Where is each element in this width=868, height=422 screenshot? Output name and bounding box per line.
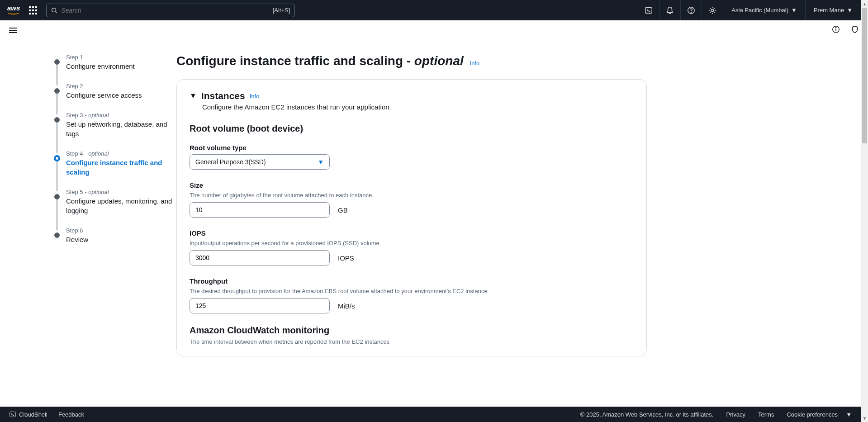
iops-helper: Input/output operations per second for a… (190, 240, 634, 247)
throughput-unit: MiB/s (338, 302, 355, 310)
step-updates-monitoring-logging[interactable]: Step 5 - optional Configure updates, mon… (54, 189, 176, 227)
search-box[interactable]: [Alt+S] (46, 4, 295, 17)
page-body: Step 1 Configure environment Step 2 Conf… (0, 40, 868, 370)
iops-label: IOPS (190, 229, 634, 237)
size-input[interactable] (190, 202, 330, 218)
iops-input[interactable] (190, 250, 330, 266)
search-input[interactable] (57, 7, 272, 14)
region-selector[interactable]: Asia Pacific (Mumbai)▼ (723, 0, 805, 20)
help-icon[interactable] (680, 0, 702, 20)
search-icon (51, 7, 57, 14)
instances-title: Instances (201, 90, 245, 101)
info-link[interactable]: Info (250, 93, 260, 100)
cloudshell-icon[interactable] (638, 0, 659, 20)
page-title: Configure instance traffic and scaling -… (176, 54, 647, 68)
step-instance-traffic-scaling[interactable]: Step 4 - optional Configure instance tra… (54, 150, 176, 189)
info-link[interactable]: Info (470, 60, 480, 66)
step-configure-service-access[interactable]: Step 2 Configure service access (54, 83, 176, 112)
instances-panel: ▼ Instances Info Configure the Amazon EC… (176, 79, 647, 356)
root-volume-type-label: Root volume type (190, 144, 634, 152)
svg-line-1 (56, 11, 57, 13)
cloudwatch-title: Amazon CloudWatch monitoring (190, 325, 634, 336)
throughput-label: Throughput (190, 277, 634, 285)
size-unit: GB (338, 206, 348, 214)
scroll-up-icon[interactable]: ▲ (861, 0, 868, 8)
content-area: Configure instance traffic and scaling -… (176, 54, 647, 356)
collapse-toggle-icon[interactable]: ▼ (190, 92, 197, 100)
throughput-input[interactable] (190, 298, 330, 313)
iops-unit: IOPS (338, 254, 354, 262)
cloudwatch-desc: The time interval between when metrics a… (190, 338, 634, 345)
user-menu[interactable]: Prem Mane▼ (805, 0, 861, 20)
search-shortcut: [Alt+S] (273, 7, 290, 14)
scrollbar[interactable]: ▲ ▼ (861, 0, 868, 370)
aws-logo[interactable]: aws (7, 6, 20, 15)
wizard-stepper: Step 1 Configure environment Step 2 Conf… (54, 54, 176, 356)
chevron-down-icon: ▼ (318, 158, 324, 166)
info-icon[interactable] (832, 25, 840, 35)
svg-point-5 (691, 12, 692, 12)
services-menu-icon[interactable] (29, 6, 37, 14)
settings-icon[interactable] (702, 0, 723, 20)
root-volume-type-select[interactable]: General Purpose 3(SSD) ▼ (190, 154, 330, 170)
sub-header-bar (0, 20, 868, 40)
throughput-helper: The desired throughput to provision for … (190, 288, 634, 294)
step-configure-environment[interactable]: Step 1 Configure environment (54, 54, 176, 83)
instances-desc: Configure the Amazon EC2 instances that … (202, 103, 634, 111)
svg-point-9 (835, 27, 836, 28)
side-menu-toggle[interactable] (9, 26, 17, 34)
step-review[interactable]: Step 6 Review (54, 227, 176, 256)
chevron-down-icon: ▼ (847, 7, 853, 14)
size-helper: The number of gigabytes of the root volu… (190, 192, 634, 199)
svg-point-6 (711, 9, 714, 11)
size-label: Size (190, 181, 634, 189)
shield-icon[interactable] (851, 25, 859, 35)
top-nav: aws [Alt+S] Asia Pacific (Mumbai)▼ Prem … (0, 0, 868, 20)
notifications-icon[interactable] (659, 0, 680, 20)
scroll-thumb[interactable] (862, 8, 867, 143)
chevron-down-icon: ▼ (791, 7, 797, 14)
svg-point-0 (52, 8, 56, 12)
step-networking-database-tags[interactable]: Step 3 - optional Set up networking, dat… (54, 112, 176, 150)
root-volume-heading: Root volume (boot device) (190, 123, 634, 134)
